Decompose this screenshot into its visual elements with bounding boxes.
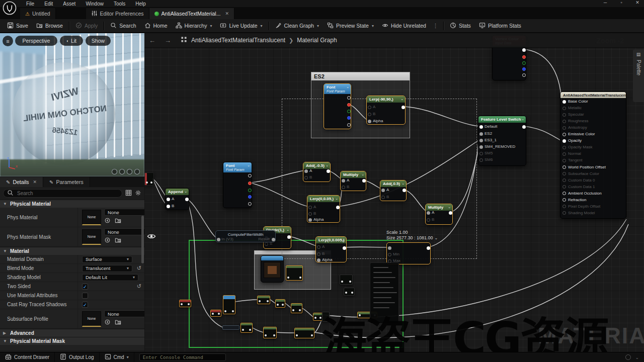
menu-help[interactable]: Help xyxy=(130,1,151,7)
pin-out[interactable] xyxy=(347,116,351,120)
pin-a[interactable] xyxy=(427,211,430,215)
pin-alpha[interactable] xyxy=(368,120,371,123)
pin-a[interactable] xyxy=(381,189,385,192)
graph-node-tiny-blue[interactable] xyxy=(223,295,235,314)
graph-node-tall-1[interactable] xyxy=(370,262,399,324)
content-drawer-button[interactable]: Content Drawer xyxy=(0,352,55,362)
toolbar-overflow-icon[interactable]: ⋮ xyxy=(430,23,441,29)
pin-in[interactable] xyxy=(217,238,220,241)
pin-opacity-mask[interactable] xyxy=(562,146,566,149)
pin-out[interactable] xyxy=(522,125,526,129)
subsurface-profile-dropdown[interactable]: None▾ xyxy=(104,310,144,317)
node-header[interactable]: AntiAliasedTextMaterialTranslucent xyxy=(560,92,626,98)
forward-arrow-icon[interactable]: → xyxy=(160,37,176,44)
chevron-down-icon[interactable]: ⌄ xyxy=(361,172,364,176)
node-header[interactable]: Lerp(0,0.05,)⌄ xyxy=(307,196,340,202)
pin-anisotropy[interactable] xyxy=(562,126,566,130)
tab-editor-preferences[interactable]: Editor Preferences xyxy=(86,8,149,19)
pin-b[interactable] xyxy=(308,212,312,216)
graph-node-tiny-4[interactable] xyxy=(257,296,270,304)
close-icon[interactable]: ✕ xyxy=(33,179,37,185)
material-graph-canvas[interactable]: MATERIAL ES2 Vertex ColorInput Data⌄Font… xyxy=(144,33,644,352)
menu-tools[interactable]: Tools xyxy=(109,1,130,7)
pin-es3_1[interactable] xyxy=(479,139,483,142)
graph-node-compute-filter-width[interactable]: ComputeFilterWidthIn (V3)Result xyxy=(215,230,276,242)
pin-pixel-depth-offset[interactable] xyxy=(562,205,566,208)
pin-a[interactable] xyxy=(167,198,170,201)
pin-sm6[interactable] xyxy=(479,158,483,162)
pin-shading-model[interactable] xyxy=(562,211,566,215)
graph-node-font-thumb[interactable] xyxy=(261,255,284,283)
graph-node-tiny-2[interactable] xyxy=(340,275,353,285)
graph-node-scale-clamp[interactable]: MinMax xyxy=(386,242,431,264)
chevron-down-icon[interactable]: ⌄ xyxy=(335,197,338,201)
graph-node-tiny-9[interactable] xyxy=(263,327,277,338)
pin-opacity[interactable] xyxy=(562,139,566,143)
pin-custom-data-1[interactable] xyxy=(562,185,566,189)
pin-out[interactable] xyxy=(248,189,252,192)
pin-a[interactable] xyxy=(342,179,345,183)
graph-node-tiny-11[interactable] xyxy=(322,312,330,322)
preview-shape-cylinder-button[interactable] xyxy=(112,169,117,174)
pin-out[interactable] xyxy=(522,55,526,59)
graph-node-append[interactable]: Append⌄AB xyxy=(165,188,189,210)
save-button[interactable]: Save xyxy=(3,20,32,32)
chevron-down-icon[interactable]: ⌄ xyxy=(286,228,289,232)
menu-file[interactable]: File xyxy=(21,1,39,7)
pin-ambient-occlusion[interactable] xyxy=(562,192,566,195)
pin-b[interactable] xyxy=(167,205,170,208)
graph-node-feature-level-switch[interactable]: Feature Level Switch⌄DefaultES2ES3_1SM4_… xyxy=(478,116,526,166)
viewport-show-button[interactable]: Show xyxy=(86,36,111,46)
menu-window[interactable]: Window xyxy=(80,1,109,7)
node-header[interactable]: Lerp(-90,90,)⌄ xyxy=(367,96,405,103)
chevron-down-icon[interactable]: ⌄ xyxy=(400,97,404,101)
preview-state-button[interactable]: Preview State▾ xyxy=(323,20,378,32)
live-update-button[interactable]: Live Update▾ xyxy=(216,20,266,32)
pin-b[interactable] xyxy=(427,218,430,222)
graph-node-edge-node[interactable] xyxy=(144,172,154,186)
close-button[interactable]: ✕ xyxy=(634,0,641,5)
pin-out[interactable] xyxy=(449,211,452,215)
two-sided-checkbox[interactable]: ✓ xyxy=(82,284,88,290)
node-header[interactable]: FontFont Param⌄ xyxy=(324,84,351,94)
chevron-down-icon[interactable]: ⌄ xyxy=(448,205,451,209)
graph-node-tiny-red-1[interactable] xyxy=(179,300,191,307)
section-physical-material[interactable]: ▼Physical Material xyxy=(0,200,144,208)
pin-in[interactable] xyxy=(388,246,391,250)
minimize-button[interactable]: ─ xyxy=(602,0,609,5)
pin-out[interactable] xyxy=(401,106,405,109)
chevron-down-icon[interactable]: ⌄ xyxy=(184,190,187,194)
pin-out[interactable] xyxy=(522,48,526,52)
reset-to-default-icon[interactable]: ↺ xyxy=(137,283,141,290)
phys-material-thumbnail[interactable]: None xyxy=(82,210,101,225)
graph-node-tiny-7[interactable] xyxy=(313,313,323,321)
pin-b[interactable] xyxy=(317,252,320,256)
pin-roughness[interactable] xyxy=(562,120,566,123)
node-header[interactable]: FontFont Param⌄ xyxy=(223,162,252,172)
pin-b[interactable] xyxy=(304,176,308,179)
apply-button[interactable]: Apply xyxy=(71,20,102,32)
chevron-down-icon[interactable]: ⌄ xyxy=(346,85,349,89)
pin-world-position-offset[interactable] xyxy=(562,165,566,169)
details-search-input[interactable] xyxy=(16,190,118,197)
node-header[interactable]: Append⌄ xyxy=(166,189,189,195)
breadcrumb-asset[interactable]: AntiAliasedTextMaterialTranslucent xyxy=(191,37,285,44)
tab-untitled[interactable]: ⚠Untitled xyxy=(20,8,56,19)
graph-node-add-05[interactable]: Add(,0.5)⌄AB xyxy=(380,180,407,201)
pin-sm5[interactable] xyxy=(479,152,483,155)
section-material[interactable]: ▼Material xyxy=(0,247,144,255)
preview-shape-sphere-button[interactable] xyxy=(119,169,125,174)
phys-material-mask-thumbnail[interactable]: None xyxy=(82,229,101,245)
pin-b[interactable] xyxy=(342,186,345,189)
pin-out[interactable] xyxy=(248,195,252,199)
chevron-down-icon[interactable]: ⌄ xyxy=(342,238,345,242)
close-icon[interactable]: ✕ xyxy=(225,11,229,16)
pin-out[interactable] xyxy=(185,198,189,201)
revision-control-icon[interactable] xyxy=(625,354,631,360)
graph-node-tiny-red-2[interactable] xyxy=(210,310,221,317)
pin-tangent[interactable] xyxy=(562,159,566,162)
blend-mode-dropdown[interactable]: Translucent▾ xyxy=(82,265,132,272)
pin-emissive-color[interactable] xyxy=(562,133,566,136)
node-header[interactable]: Multiply⌄ xyxy=(341,171,366,178)
node-header[interactable]: Feature Level Switch⌄ xyxy=(478,116,526,123)
